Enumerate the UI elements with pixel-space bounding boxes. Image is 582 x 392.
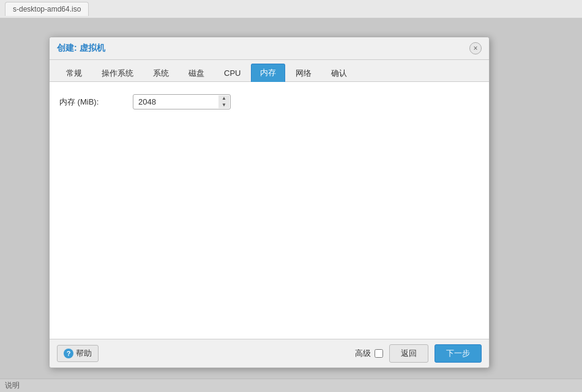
browser-tab[interactable]: s-desktop-amd64.iso <box>5 2 89 16</box>
help-label: 帮助 <box>76 348 92 359</box>
statusbar: 说明 <box>0 379 582 392</box>
footer-left: ? 帮助 <box>57 345 99 362</box>
dialog-body: 内存 (MiB): ▲ ▼ <box>50 82 489 339</box>
dialog-titlebar: 创建: 虚拟机 × <box>50 37 489 60</box>
tab-system[interactable]: 系统 <box>144 64 178 82</box>
footer-right: 高级 返回 下一步 <box>355 344 482 363</box>
statusbar-label: 说明 <box>5 380 20 391</box>
memory-row: 内存 (MiB): ▲ ▼ <box>59 94 479 109</box>
memory-label: 内存 (MiB): <box>59 97 133 108</box>
close-button[interactable]: × <box>469 42 482 54</box>
help-icon: ? <box>64 349 73 358</box>
dialog-tabs: 常规 操作系统 系统 磁盘 CPU 内存 网络 确认 <box>50 60 489 82</box>
advanced-area: 高级 <box>355 348 383 359</box>
tab-memory[interactable]: 内存 <box>251 64 285 82</box>
spinbox-down-button[interactable]: ▼ <box>218 102 229 109</box>
help-button[interactable]: ? 帮助 <box>57 345 99 362</box>
tab-confirm[interactable]: 确认 <box>322 64 356 82</box>
back-button[interactable]: 返回 <box>389 344 428 363</box>
create-vm-dialog: 创建: 虚拟机 × 常规 操作系统 系统 磁盘 CPU 内存 网络 确认 内存 … <box>49 37 490 368</box>
spinbox-buttons: ▲ ▼ <box>218 95 229 108</box>
spinbox-up-button[interactable]: ▲ <box>218 95 229 102</box>
dialog-title: 创建: 虚拟机 <box>57 43 105 54</box>
tab-os[interactable]: 操作系统 <box>92 64 143 82</box>
tab-cpu[interactable]: CPU <box>215 65 250 81</box>
tab-general[interactable]: 常规 <box>57 64 91 82</box>
tab-disk[interactable]: 磁盘 <box>179 64 214 82</box>
dialog-footer: ? 帮助 高级 返回 下一步 <box>50 339 489 368</box>
memory-spinbox: ▲ ▼ <box>133 94 231 109</box>
next-button[interactable]: 下一步 <box>435 344 482 363</box>
advanced-label: 高级 <box>355 348 371 359</box>
advanced-checkbox[interactable] <box>375 349 383 358</box>
memory-input[interactable] <box>133 94 231 109</box>
tab-network[interactable]: 网络 <box>286 64 321 82</box>
